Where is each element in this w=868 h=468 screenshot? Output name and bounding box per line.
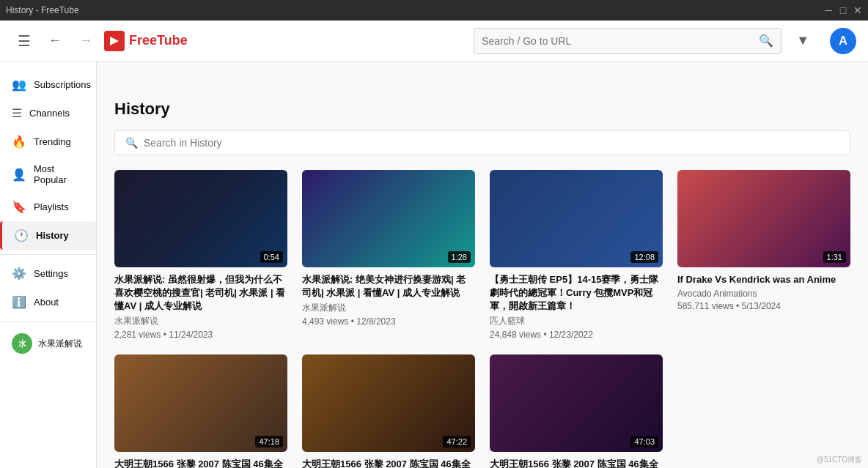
playlists-icon: 🔖 xyxy=(12,200,26,214)
close-button[interactable]: ✕ xyxy=(853,6,862,15)
video-info: If Drake Vs Kendrick was an Anime Avocad… xyxy=(677,273,850,311)
logo-tube: Tube xyxy=(157,33,188,48)
search-history-icon: 🔍 xyxy=(125,137,138,149)
sidebar-label-most-popular: Most Popular xyxy=(34,163,84,185)
video-card[interactable]: 0:54 水果派解说: 虽然很射爆，但我为什么不喜欢樱空桃的搜查官| 老司机| … xyxy=(114,170,287,340)
sidebar-divider xyxy=(0,254,96,255)
video-title: 大明王朝1566 张黎 2007 陈宝国 46集全 EP01 xyxy=(490,458,663,468)
sidebar-label-trending: Trending xyxy=(34,136,71,147)
sidebar-channel[interactable]: 水 水果派解说 xyxy=(0,326,96,361)
video-info: 大明王朝1566 张黎 2007 陈宝国 46集全 EP01 怀旧剧场 1,25… xyxy=(490,458,663,468)
filter-button[interactable]: ▼ xyxy=(790,27,815,54)
video-title: If Drake Vs Kendrick was an Anime xyxy=(677,273,850,286)
main-content: History 🔍 0:54 水果派解说: 虽然很射爆，但我为什么不喜欢樱空桃的… xyxy=(97,82,868,468)
video-title: 大明王朝1566 张黎 2007 陈宝国 46集全 EP04 xyxy=(114,458,287,468)
app-body: 👥 Subscriptions ☰ Channels 🔥 Trending 👤 … xyxy=(0,21,868,468)
video-card[interactable]: 47:03 大明王朝1566 张黎 2007 陈宝国 46集全 EP01 怀旧剧… xyxy=(490,354,663,468)
video-channel[interactable]: 水果派解说 xyxy=(114,315,287,327)
video-card[interactable]: 12:08 【勇士王朝传 EP5】14-15赛季，勇士隊劇時代的總冠軍！Curr… xyxy=(490,170,663,340)
sidebar-item-about[interactable]: ℹ️ About xyxy=(0,288,96,316)
forward-button[interactable]: → xyxy=(73,27,98,54)
sidebar-item-history[interactable]: 🕐 History xyxy=(0,221,96,250)
video-grid: 0:54 水果派解说: 虽然很射爆，但我为什么不喜欢樱空桃的搜查官| 老司机| … xyxy=(114,170,850,468)
sidebar-label-settings: Settings xyxy=(34,268,68,279)
sidebar-item-channels[interactable]: ☰ Channels xyxy=(0,99,96,127)
sidebar-label-subscriptions: Subscriptions xyxy=(34,79,91,90)
logo[interactable]: FreeTube xyxy=(104,31,188,51)
video-card[interactable]: 47:18 大明王朝1566 张黎 2007 陈宝国 46集全 EP04 怀旧剧… xyxy=(114,354,287,468)
video-thumbnail: 12:08 xyxy=(490,170,663,267)
sidebar-label-playlists: Playlists xyxy=(34,201,69,212)
channel-name: 水果派解说 xyxy=(38,338,82,350)
sidebar-item-subscriptions[interactable]: 👥 Subscriptions xyxy=(0,70,96,99)
header-left: ☰ ← → FreeTube xyxy=(12,26,188,56)
video-info: 水果派解说: 虽然很射爆，但我为什么不喜欢樱空桃的搜查官| 老司机| 水果派 |… xyxy=(114,273,287,341)
search-history-bar[interactable]: 🔍 xyxy=(114,130,850,155)
video-card[interactable]: 1:31 If Drake Vs Kendrick was an Anime A… xyxy=(677,170,850,340)
window-controls: ─ □ ✕ xyxy=(824,6,862,15)
sidebar-item-most-popular[interactable]: 👤 Most Popular xyxy=(0,156,96,193)
video-thumbnail: 0:54 xyxy=(114,170,287,267)
settings-icon: ⚙️ xyxy=(12,267,26,281)
duration-badge: 1:28 xyxy=(448,251,471,263)
subscriptions-icon: 👥 xyxy=(12,78,26,92)
sidebar-item-settings[interactable]: ⚙️ Settings xyxy=(0,259,96,288)
about-icon: ℹ️ xyxy=(12,295,26,309)
search-bar[interactable]: 🔍 xyxy=(474,28,781,54)
channels-icon: ☰ xyxy=(12,106,22,120)
video-thumbnail: 47:18 xyxy=(114,354,287,452)
avatar[interactable]: A xyxy=(830,28,856,54)
video-channel[interactable]: 匹人籃球 xyxy=(490,315,663,327)
window-title: History - FreeTube xyxy=(6,5,79,15)
sidebar: 👥 Subscriptions ☰ Channels 🔥 Trending 👤 … xyxy=(0,62,97,468)
video-card[interactable]: 1:28 水果派解说: 绝美女神进行换妻游戏| 老司机| 水果派 | 看懂AV … xyxy=(302,170,475,340)
video-meta: 585,711 views • 5/13/2024 xyxy=(677,301,850,311)
watermark: @51CTO博客 xyxy=(817,455,862,465)
video-thumbnail: 47:03 xyxy=(490,354,663,452)
trending-icon: 🔥 xyxy=(12,135,26,149)
back-button[interactable]: ← xyxy=(43,27,67,54)
video-thumbnail: 1:31 xyxy=(677,170,850,267)
video-meta: 4,493 views • 12/8/2023 xyxy=(302,316,475,327)
logo-free: Free xyxy=(129,33,157,48)
sidebar-label-history: History xyxy=(36,230,69,241)
titlebar: History - FreeTube ─ □ ✕ xyxy=(0,0,868,21)
page-title: History xyxy=(114,100,850,119)
duration-badge: 1:31 xyxy=(823,251,846,263)
video-card[interactable]: 47:22 大明王朝1566 张黎 2007 陈宝国 46集全 EP05 怀旧剧… xyxy=(302,354,475,468)
sidebar-item-trending[interactable]: 🔥 Trending xyxy=(0,127,96,156)
video-channel[interactable]: Avocado Animations xyxy=(677,289,850,299)
search-history-input[interactable] xyxy=(144,137,839,149)
most-popular-icon: 👤 xyxy=(12,168,26,182)
video-meta: 24,848 views • 12/23/2022 xyxy=(490,330,663,340)
search-input[interactable] xyxy=(482,35,759,47)
duration-badge: 47:03 xyxy=(630,436,658,447)
video-title: 大明王朝1566 张黎 2007 陈宝国 46集全 EP05 xyxy=(302,458,475,468)
video-info: 大明王朝1566 张黎 2007 陈宝国 46集全 EP04 怀旧剧场 320,… xyxy=(114,458,287,468)
video-info: 【勇士王朝传 EP5】14-15赛季，勇士隊劇時代的總冠軍！Curry 包攬MV… xyxy=(490,273,663,341)
history-icon: 🕐 xyxy=(14,229,29,242)
video-thumbnail: 1:28 xyxy=(302,170,475,267)
restore-button[interactable]: □ xyxy=(839,6,847,15)
video-info: 水果派解说: 绝美女神进行换妻游戏| 老司机| 水果派 | 看懂AV | 成人专… xyxy=(302,273,475,327)
search-icon[interactable]: 🔍 xyxy=(759,34,773,48)
menu-button[interactable]: ☰ xyxy=(12,26,37,56)
header: ☰ ← → FreeTube 🔍 ▼ A xyxy=(0,21,868,62)
sidebar-label-about: About xyxy=(34,297,59,308)
duration-badge: 47:18 xyxy=(255,436,283,447)
freetube-logo-svg xyxy=(108,34,121,48)
duration-badge: 12:08 xyxy=(630,251,658,263)
logo-text: FreeTube xyxy=(129,33,188,48)
sidebar-divider-2 xyxy=(0,321,96,322)
video-title: 水果派解说: 绝美女神进行换妻游戏| 老司机| 水果派 | 看懂AV | 成人专… xyxy=(302,273,475,300)
video-thumbnail: 47:22 xyxy=(302,354,475,452)
video-title: 【勇士王朝传 EP5】14-15赛季，勇士隊劇時代的總冠軍！Curry 包攬MV… xyxy=(490,273,663,313)
channel-avatar: 水 xyxy=(12,333,32,354)
duration-badge: 0:54 xyxy=(260,251,283,263)
minimize-button[interactable]: ─ xyxy=(824,6,833,15)
duration-badge: 47:22 xyxy=(443,436,471,447)
sidebar-item-playlists[interactable]: 🔖 Playlists xyxy=(0,193,96,221)
video-title: 水果派解说: 虽然很射爆，但我为什么不喜欢樱空桃的搜查官| 老司机| 水果派 |… xyxy=(114,273,287,313)
video-channel[interactable]: 水果派解说 xyxy=(302,302,475,314)
video-meta: 2,281 views • 11/24/2023 xyxy=(114,330,287,340)
